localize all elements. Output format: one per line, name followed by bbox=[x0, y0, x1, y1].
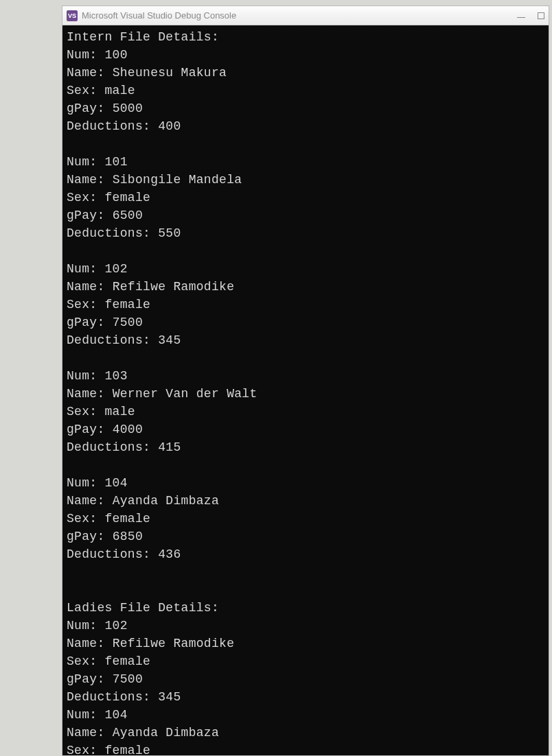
intern-row: Num: 103 Name: Werner Van der Walt Sex: … bbox=[67, 369, 257, 454]
lady-row: Num: 104 Name: Ayanda Dimbaza Sex: femal… bbox=[67, 708, 219, 755]
intern-row: Num: 101 Name: Sibongile Mandela Sex: fe… bbox=[67, 155, 242, 240]
intern-row: Num: 102 Name: Refilwe Ramodike Sex: fem… bbox=[67, 262, 234, 347]
intern-row: Num: 100 Name: Sheunesu Makura Sex: male… bbox=[67, 48, 227, 133]
window-controls bbox=[517, 12, 544, 19]
lady-row: Num: 102 Name: Refilwe Ramodike Sex: fem… bbox=[67, 619, 234, 704]
minimize-icon[interactable] bbox=[517, 17, 525, 18]
section2-title: Ladies File Details: bbox=[67, 601, 219, 615]
titlebar[interactable]: VS Microsoft Visual Studio Debug Console bbox=[62, 6, 549, 25]
console-window: VS Microsoft Visual Studio Debug Console… bbox=[62, 5, 549, 756]
section1-title: Intern File Details: bbox=[67, 30, 219, 44]
app-icon: VS bbox=[67, 10, 78, 21]
maximize-icon[interactable] bbox=[538, 12, 544, 19]
console-output[interactable]: Intern File Details: Num: 100 Name: Sheu… bbox=[62, 25, 549, 755]
window-title: Microsoft Visual Studio Debug Console bbox=[82, 10, 517, 21]
intern-row: Num: 104 Name: Ayanda Dimbaza Sex: femal… bbox=[67, 476, 219, 561]
